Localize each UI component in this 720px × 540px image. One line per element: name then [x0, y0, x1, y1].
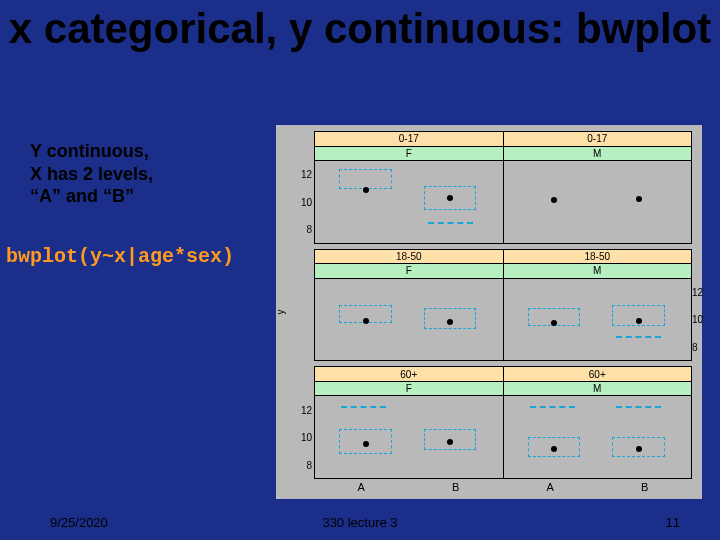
code-snippet: bwplot(y~x|age*sex): [6, 245, 234, 268]
y-ticks-left: 12 10 8: [294, 161, 312, 244]
description-block: Y continuous, X has 2 levels, “A” and “B…: [30, 140, 260, 208]
panel-strip: 60+ M: [504, 366, 693, 396]
strip-sex: F: [315, 382, 503, 396]
plot-panel: [504, 396, 693, 479]
boxplot-median: [636, 446, 642, 452]
plot-row: 18-50 F 18-50 M 12 10 8: [314, 249, 692, 362]
boxplot-median: [363, 318, 369, 324]
boxplot-median: [447, 319, 453, 325]
boxplot-whisker: [428, 222, 473, 224]
footer-date: 9/25/2020: [50, 515, 108, 530]
slide-title: x categorical, y continuous: bwplot: [0, 0, 720, 52]
panel-strip: 0-17 M: [504, 131, 693, 161]
panel-strip: 60+ F: [314, 366, 504, 396]
boxplot-median: [551, 320, 557, 326]
strip-age: 18-50: [504, 250, 692, 265]
plot-panel: [314, 279, 504, 362]
x-ticks-bottom: A B A B: [314, 481, 692, 495]
panel-strip: 18-50 M: [504, 249, 693, 279]
strip-age: 0-17: [504, 132, 692, 147]
panel-strip: 0-17 F: [314, 131, 504, 161]
y-axis-label: y: [275, 310, 286, 315]
plot-panel: [504, 279, 693, 362]
plot-row: 60+ F 60+ M 12 10 8: [314, 366, 692, 479]
strip-sex: F: [315, 147, 503, 161]
boxplot-whisker: [530, 406, 575, 408]
plot-rows: 0-17 F 0-17 M 12 10 8: [314, 131, 692, 479]
plot-panel: [504, 161, 693, 244]
plot-panel: [314, 396, 504, 479]
boxplot-median: [363, 441, 369, 447]
strip-sex: M: [504, 147, 692, 161]
boxplot-median: [636, 318, 642, 324]
footer-center: 330 lecture 3: [0, 515, 720, 530]
boxplot-median: [551, 197, 557, 203]
boxplot-whisker: [341, 406, 386, 408]
boxplot-median: [447, 439, 453, 445]
boxplot-median: [447, 195, 453, 201]
strip-sex: F: [315, 264, 503, 278]
strip-age: 60+: [315, 367, 503, 382]
y-ticks-right: 12 10 8: [692, 279, 706, 362]
boxplot-whisker: [616, 406, 661, 408]
desc-line-3: “A” and “B”: [30, 185, 260, 208]
y-ticks-left: 12 10 8: [294, 396, 312, 479]
plot-row: 0-17 F 0-17 M 12 10 8: [314, 131, 692, 244]
boxplot-median: [551, 446, 557, 452]
desc-line-2: X has 2 levels,: [30, 163, 260, 186]
trellis-plot: y 0-17 F 0-17 M 12 10 8: [276, 125, 702, 499]
plot-panel: [314, 161, 504, 244]
panel-strip: 18-50 F: [314, 249, 504, 279]
slide-footer: 9/25/2020 330 lecture 3 11: [0, 515, 720, 530]
boxplot-median: [636, 196, 642, 202]
strip-age: 0-17: [315, 132, 503, 147]
strip-sex: M: [504, 382, 692, 396]
boxplot-whisker: [616, 336, 661, 338]
boxplot-median: [363, 187, 369, 193]
footer-page: 11: [666, 515, 680, 530]
strip-age: 60+: [504, 367, 692, 382]
desc-line-1: Y continuous,: [30, 140, 260, 163]
strip-age: 18-50: [315, 250, 503, 265]
strip-sex: M: [504, 264, 692, 278]
